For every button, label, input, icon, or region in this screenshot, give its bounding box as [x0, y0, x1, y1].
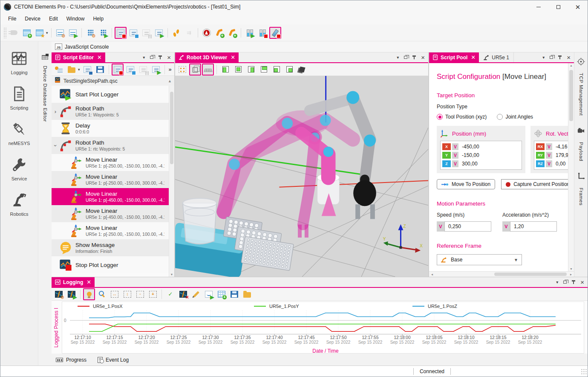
zoom-horizontal-icon[interactable]: ↔ [109, 288, 121, 300]
joint-angles-radio[interactable] [497, 114, 503, 120]
ur5e-tab[interactable]: UR5e 1 [479, 52, 514, 62]
script-step-move-linear[interactable]: Move LinearUR5e 1: p[-250.00, -150.00, 1… [52, 222, 169, 239]
script-config-icon[interactable] [53, 64, 65, 75]
script-step-robot-path[interactable]: ›Robot PathUR5e 1: Waypoints: 5 [52, 103, 169, 120]
menu-window[interactable]: Window [62, 14, 89, 23]
view-bottom-right-icon[interactable] [283, 64, 295, 75]
show-floor-grid-icon[interactable] [202, 64, 214, 75]
zoom-region-icon[interactable]: ▫ [134, 288, 146, 300]
scrollbar-thumb[interactable] [170, 92, 173, 164]
view-perspective-icon[interactable] [296, 64, 308, 75]
viewer-close-icon[interactable]: ✕ [231, 54, 235, 61]
script-scrollbar[interactable]: ▼ [169, 86, 174, 277]
start-dosing-icon[interactable]: ▶ [244, 27, 256, 39]
minimize-button[interactable] [529, 0, 548, 13]
script-pool-tab[interactable]: Script Pool ✕ [429, 52, 479, 62]
strip-item-frames[interactable]: Frames [577, 172, 585, 206]
move-to-position-button[interactable]: Move To Position [437, 179, 495, 189]
sidebar-item-service[interactable]: Service [12, 157, 27, 181]
menu-help[interactable]: Help [89, 14, 108, 23]
sidebar-item-scripting[interactable]: Scripting [10, 86, 29, 110]
add-to-table-icon[interactable]: + [216, 288, 228, 300]
save-data-icon[interactable] [228, 288, 240, 300]
robot-3d-viewer-tab[interactable]: Robot 3D Viewer ✕ [175, 52, 239, 62]
progress-tab[interactable]: Progress [56, 357, 86, 363]
pin-icon[interactable] [160, 55, 161, 59]
script-step-move-linear[interactable]: Move LinearUR5e 1: p[-450.00, -150.00, 3… [52, 188, 169, 205]
view-left-icon[interactable] [219, 64, 231, 75]
script-editor-close-icon[interactable]: ✕ [97, 54, 102, 61]
dock-menu-icon[interactable]: ▾ [143, 55, 145, 60]
script-step-show-message[interactable]: Show MessageInformation: Finish [52, 239, 169, 256]
dock-menu-icon[interactable]: ▾ [556, 280, 558, 284]
resize-grip[interactable] [581, 368, 587, 374]
favorite-views-icon[interactable]: ★ [34, 27, 46, 39]
y-variable-button[interactable]: V [452, 152, 458, 159]
script-step-move-linear[interactable]: Move LinearUR5e 1: p[-450.00, -150.00, 1… [52, 205, 169, 222]
stop-syringe-icon[interactable] [269, 27, 281, 39]
menu-file[interactable]: File [4, 14, 20, 23]
run-script-icon[interactable]: ▶ [153, 27, 165, 39]
chart-region[interactable]: UR5e_1.PosXUR5e_1.PosYUR5e_1.PosZ 0 12:1… [62, 302, 584, 354]
stop-current-icon[interactable] [124, 64, 136, 75]
close-panel-icon[interactable]: × [580, 279, 584, 285]
start-devices-icon[interactable]: ▶ [97, 27, 109, 39]
speed-input[interactable]: 0,250 [444, 221, 491, 232]
pool-horizontal-scrollbar[interactable]: ◂ ▸ [429, 271, 574, 277]
z-variable-button[interactable]: V [452, 160, 458, 167]
zoom-icon[interactable] [96, 288, 108, 300]
script-step-stop-plot-logger[interactable]: Stop Plot Logger [52, 256, 169, 273]
z-value[interactable]: 300,00 [460, 161, 478, 167]
script-step-start-plot-logger[interactable]: Start Plot Logger [52, 86, 169, 103]
open-script-dropdown-icon[interactable]: ▾ [78, 67, 80, 72]
scroll-right-icon[interactable]: ▸ [568, 273, 574, 276]
device-database-editor-tab[interactable]: Device Database Editor [38, 41, 52, 365]
dock-menu-icon[interactable]: ▾ [542, 55, 545, 60]
scroll-up-icon[interactable]: ▲ [168, 79, 172, 83]
view-right-icon[interactable] [245, 64, 257, 75]
view-front-icon[interactable] [232, 64, 244, 75]
zoom-vertical-icon[interactable]: ↕ [121, 288, 133, 300]
x-variable-button[interactable]: V [452, 143, 458, 150]
strip-item-payload[interactable]: Payload [577, 127, 585, 161]
pin-icon[interactable] [559, 55, 560, 59]
stop-script-icon[interactable] [112, 64, 124, 75]
ry-variable-button[interactable]: V [546, 152, 552, 159]
start-logger-icon[interactable]: ▶ [66, 288, 78, 300]
wireframe-view-icon[interactable] [189, 64, 201, 75]
y-value[interactable]: -150,00 [460, 152, 479, 158]
close-panel-icon[interactable]: × [167, 54, 171, 61]
stop-all-scripts-icon[interactable] [115, 27, 127, 39]
scrollbar-thumb[interactable] [494, 273, 567, 276]
script-step-delay[interactable]: Delay0:0:6:0 [52, 120, 169, 137]
capture-position-button[interactable]: Capture Current Position [501, 179, 568, 189]
float-icon[interactable] [404, 56, 407, 59]
sidebar-item-robotics[interactable]: Robotics [10, 192, 29, 217]
rz-variable-button[interactable]: V [546, 160, 552, 167]
x-value[interactable]: -450,00 [460, 144, 479, 150]
javascript-console-tab[interactable]: JS JavaScript Console [52, 41, 588, 52]
logging-tab[interactable]: Logging ✕ [52, 277, 95, 287]
close-panel-icon[interactable]: × [567, 54, 571, 61]
pin-icon[interactable] [414, 55, 415, 59]
open-data-icon[interactable] [241, 288, 253, 300]
start-process-icon[interactable]: ▶ [67, 27, 79, 39]
event-log-tab[interactable]: Event Log [98, 357, 129, 363]
pool-vertical-scrollbar[interactable]: ▲ ▼ [568, 63, 574, 271]
script-editor-tab[interactable]: Script Editor ✕ [52, 52, 105, 62]
script-step-robot-path[interactable]: ›Robot PathUR5e 1: rtc Waypoints: 5 [52, 137, 169, 154]
strip-item-tcp[interactable]: TCP Management [577, 58, 585, 116]
sidebar-item-nemesys[interactable]: neMESYS [9, 122, 30, 146]
view-top-icon[interactable] [258, 64, 270, 75]
close-button[interactable]: ✕ [568, 0, 588, 13]
add-window-icon[interactable]: + [21, 27, 33, 39]
open-script-icon[interactable] [66, 64, 78, 75]
close-panel-icon[interactable]: × [421, 54, 425, 61]
rz-value[interactable]: 0,00 [553, 161, 565, 167]
single-step-icon[interactable] [170, 27, 182, 39]
run-script-icon[interactable]: ▶ [150, 64, 162, 75]
save-script-icon[interactable] [81, 64, 93, 75]
chevron-collapsed-icon[interactable]: › [52, 108, 59, 115]
stop-dosing-icon[interactable] [257, 27, 268, 39]
configure-devices-icon[interactable]: ⚙ [84, 27, 96, 39]
